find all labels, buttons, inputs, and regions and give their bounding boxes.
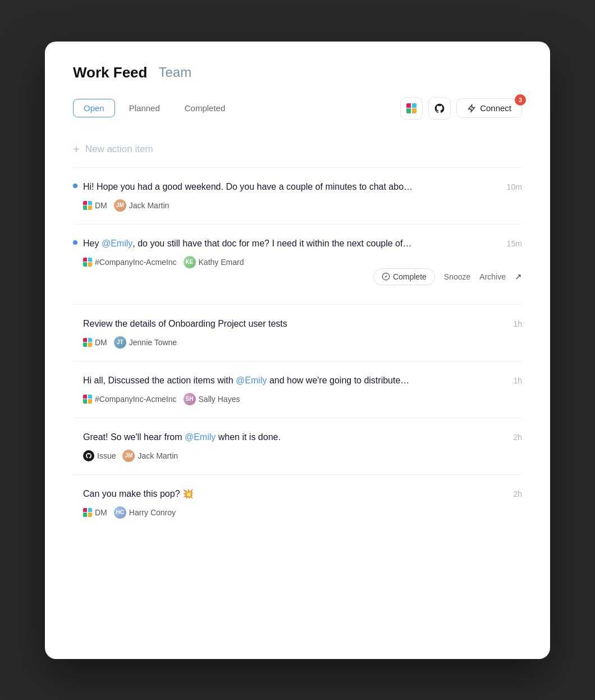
feed-list: Hi! Hope you had a good weekend. Do you … [73,168,522,531]
feed-message-6: Can you make this pop? 💥 [83,487,194,501]
slack-icon [406,103,417,113]
feed-content-4: Hi all, Discussed the action items with … [83,374,522,405]
feed-person-5: JM Jack Martin [122,450,178,462]
feed-person-1: JM Jack Martin [114,199,170,212]
badge: 3 [515,94,526,106]
feed-person-2: KE Kathy Emard [184,256,244,268]
feed-message-2: Hey @Emily, do you still have that doc f… [83,237,411,250]
feed-content-3: Review the details of Onboarding Project… [83,317,522,349]
avatar-6: HC [114,506,126,519]
feed-item-1: Hi! Hope you had a good weekend. Do you … [73,168,522,225]
github-source-icon-5 [83,450,94,461]
mention-emily-5: @Emily [185,432,216,442]
feed-meta-5: Issue JM Jack Martin [83,450,522,462]
toolbar-actions: 3 Connect [400,97,522,120]
feed-meta-1: DM JM Jack Martin [83,199,522,212]
source-label-5: Issue [97,451,116,460]
feed-header-row-1: Hi! Hope you had a good weekend. Do you … [83,180,522,199]
slack-source-icon-2 [83,258,92,267]
filter-planned[interactable]: Planned [118,99,171,117]
slack-source-icon-4 [83,395,92,404]
feed-meta-3: DM JT Jennie Towne [83,336,522,349]
toolbar: Open Planned Completed 3 [73,97,522,120]
new-action-item[interactable]: + New action item [73,138,522,167]
feed-source-2: #CompanyInc-AcmeInc [83,258,177,267]
connect-button[interactable]: 3 Connect [456,98,522,118]
slack-icon-btn[interactable] [400,97,423,120]
feed-time-5: 2h [513,431,522,442]
open-external-icon[interactable]: ↗ [515,272,522,282]
feed-time-3: 1h [513,317,522,328]
filter-completed[interactable]: Completed [174,99,236,117]
slack-source-icon-3 [83,338,92,347]
source-label-3: DM [95,338,107,347]
feed-item-6: Can you make this pop? 💥 2h DM HC [73,475,522,531]
unread-dot-2 [73,240,77,245]
avatar-4: SH [184,393,196,405]
source-label-1: DM [95,201,107,210]
feed-item-3: Review the details of Onboarding Project… [73,305,522,362]
feed-message-5: Great! So we'll hear from @Emily when it… [83,431,281,444]
complete-label: Complete [393,272,427,281]
feed-person-4: SH Sally Hayes [184,393,240,405]
header: Work Feed Team [73,64,522,81]
feed-header-row-4: Hi all, Discussed the action items with … [83,374,522,393]
feed-content-5: Great! So we'll hear from @Emily when it… [83,431,522,462]
feed-time-4: 1h [513,374,522,385]
plus-icon: + [73,143,80,156]
feed-header-row-2: Hey @Emily, do you still have that doc f… [83,237,522,256]
feed-item-2: Hey @Emily, do you still have that doc f… [73,225,522,305]
feed-message-3: Review the details of Onboarding Project… [83,317,287,331]
avatar-2: KE [184,256,196,268]
app-container: Work Feed Team Open Planned Completed [45,42,550,659]
mention-emily-4: @Emily [236,376,267,385]
feed-meta-4: #CompanyInc-AcmeInc SH Sally Hayes [83,393,522,405]
person-name-6: Harry Conroy [129,508,176,517]
feed-item-5: Great! So we'll hear from @Emily when it… [73,418,522,475]
slack-source-icon-6 [83,508,92,517]
feed-item-inner-6: Can you make this pop? 💥 2h DM HC [73,487,522,519]
avatar-5: JM [122,450,135,462]
feed-meta-6: DM HC Harry Conroy [83,506,522,519]
feed-item-inner-5: Great! So we'll hear from @Emily when it… [73,431,522,462]
slack-source-icon-1 [83,201,92,210]
feed-source-5: Issue [83,450,116,461]
source-label-4: #CompanyInc-AcmeInc [95,395,177,404]
action-bar-2: Complete Snooze Archive ↗ [73,268,522,285]
feed-content-6: Can you make this pop? 💥 2h DM HC [83,487,522,519]
person-name-2: Kathy Emard [199,258,244,267]
source-label-6: DM [95,508,107,517]
feed-content-1: Hi! Hope you had a good weekend. Do you … [83,180,522,212]
filter-open[interactable]: Open [73,99,115,117]
person-name-5: Jack Martin [138,451,178,460]
feed-source-1: DM [83,201,107,210]
avatar-1: JM [114,199,126,212]
feed-message-1: Hi! Hope you had a good weekend. Do you … [83,180,413,194]
feed-item-inner-2: Hey @Emily, do you still have that doc f… [73,237,522,268]
filter-tabs: Open Planned Completed [73,99,236,117]
feed-message-4: Hi all, Discussed the action items with … [83,374,409,387]
feed-item-4: Hi all, Discussed the action items with … [73,362,522,418]
feed-item-inner-1: Hi! Hope you had a good weekend. Do you … [73,180,522,212]
feed-time-1: 10m [507,180,522,191]
feed-person-6: HC Harry Conroy [114,506,176,519]
archive-btn[interactable]: Archive [479,272,506,281]
person-name-3: Jennie Towne [129,338,177,347]
page-title: Work Feed [73,64,147,81]
snooze-btn[interactable]: Snooze [444,272,470,281]
feed-header-row-3: Review the details of Onboarding Project… [83,317,522,336]
tab-team[interactable]: Team [158,65,191,80]
feed-item-inner-3: Review the details of Onboarding Project… [73,317,522,349]
github-icon-btn[interactable] [428,97,451,120]
avatar-3: JT [114,336,126,349]
github-icon [434,103,445,114]
feed-source-3: DM [83,338,107,347]
complete-btn[interactable]: Complete [373,268,435,285]
new-action-label: New action item [85,144,153,155]
feed-person-3: JT Jennie Towne [114,336,177,349]
person-name-4: Sally Hayes [199,395,240,404]
feed-meta-2: #CompanyInc-AcmeInc KE Kathy Emard [83,256,522,268]
source-label-2: #CompanyInc-AcmeInc [95,258,177,267]
check-icon [382,272,390,281]
feed-time-6: 2h [513,487,522,498]
